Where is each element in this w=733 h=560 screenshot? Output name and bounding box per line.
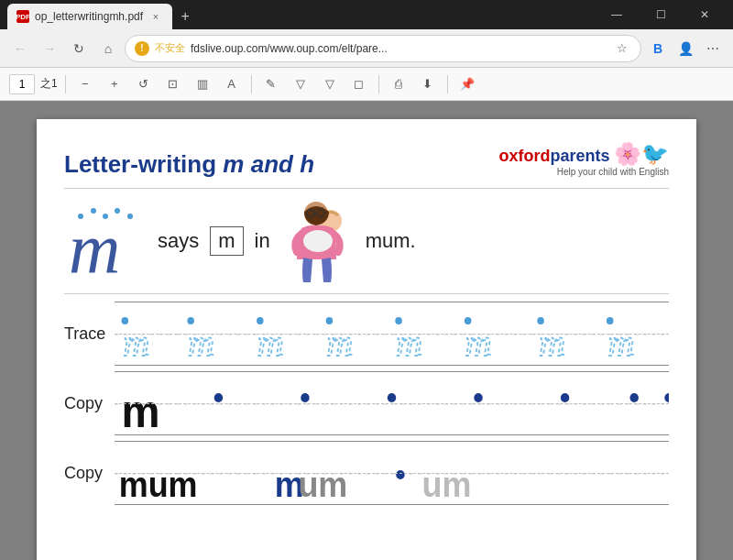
draw-tool-button[interactable]: ✎	[259, 72, 283, 96]
svg-point-5	[127, 214, 133, 219]
svg-text:m: m	[123, 322, 149, 364]
svg-point-42	[396, 470, 404, 479]
print-button[interactable]: ⎙	[387, 72, 410, 96]
minimize-button[interactable]: —	[596, 0, 638, 29]
url-text: fdslive.oup.com/www.oup.com/elt/pare...	[191, 42, 607, 55]
pdf-toolbar: 之1 − + ↺ ⊡ ▥ A ✎ ▽ ▽ ◻ ⎙ ⬇ 📌	[0, 68, 733, 101]
zoom-in-button[interactable]: +	[103, 72, 126, 96]
svg-point-24	[326, 317, 334, 324]
oxford-subtitle: Help your child with English	[499, 167, 669, 177]
mum-text: mum.	[366, 229, 416, 253]
page-view-button[interactable]: ▥	[191, 72, 214, 96]
writing-section: Trace m m m m m m m m	[64, 302, 669, 505]
trace-label: Trace	[64, 324, 115, 344]
svg-point-25	[395, 317, 402, 324]
svg-text:mum: mum	[119, 466, 198, 504]
svg-point-33	[388, 393, 396, 402]
svg-text:m: m	[465, 322, 492, 364]
copy-label-1: Copy	[64, 394, 115, 413]
url-bar[interactable]: ! 不安全 fdslive.oup.com/www.oup.com/elt/pa…	[125, 35, 641, 62]
illustration-divider	[64, 293, 669, 294]
menu-button[interactable]: ⋯	[700, 36, 726, 61]
person-svg	[283, 195, 352, 287]
oxford-brand-text: oxfordparents 🌸🐦	[499, 141, 669, 167]
svg-point-28	[607, 317, 614, 324]
svg-point-3	[103, 214, 108, 219]
svg-point-1	[78, 214, 83, 219]
svg-text:m: m	[69, 209, 120, 282]
forward-button[interactable]: →	[37, 36, 62, 61]
browser-tab[interactable]: PDF op_letterwritingmh.pdf ×	[7, 4, 172, 29]
copy-writing-lines-2: mum m um um	[115, 441, 669, 505]
says-text: says	[158, 229, 199, 253]
svg-point-26	[465, 317, 472, 324]
oxford-logo: oxfordparents 🌸🐦 Help your child with En…	[499, 141, 669, 177]
zoom-out-button[interactable]: −	[73, 72, 97, 96]
svg-point-31	[214, 393, 223, 402]
m-letter-box: m	[210, 226, 243, 256]
svg-point-2	[91, 208, 96, 214]
extensions-button[interactable]: B	[645, 36, 671, 61]
person-illustration	[281, 200, 355, 282]
home-button[interactable]: ⌂	[95, 36, 121, 61]
svg-point-23	[257, 317, 264, 324]
trace-letters-svg: m m m m m m m m	[115, 302, 669, 367]
url-action-icons: ☆	[613, 39, 631, 58]
svg-point-32	[301, 393, 309, 402]
parents-blue-text: parents	[551, 147, 610, 165]
copy-row-1: Copy m	[64, 371, 669, 435]
page-title: Letter-writing m and h	[64, 150, 314, 179]
reload-button[interactable]: ↻	[66, 36, 92, 61]
maximize-button[interactable]: ☐	[640, 0, 682, 29]
window-controls: — ☐ ✕	[596, 0, 726, 29]
profile-button[interactable]: 👤	[673, 36, 698, 61]
page-count-label: 之1	[40, 76, 58, 92]
pin-button[interactable]: 📌	[455, 72, 479, 96]
filter-button-2[interactable]: ▽	[318, 72, 342, 96]
svg-text:um: um	[298, 466, 347, 504]
copy-letters-svg: m	[115, 372, 669, 436]
svg-point-22	[187, 317, 194, 324]
bookmark-star-icon[interactable]: ☆	[613, 39, 631, 58]
copy-row-2: Copy mum m um um	[64, 441, 669, 505]
svg-point-4	[115, 208, 120, 214]
browser-toolbar-icons: B 👤 ⋯	[645, 36, 726, 61]
page-header: Letter-writing m and h oxfordparents 🌸🐦 …	[64, 141, 669, 179]
fit-button[interactable]: ⊡	[161, 72, 185, 96]
svg-point-37	[664, 393, 669, 402]
svg-point-36	[629, 393, 638, 402]
download-button[interactable]: ⬇	[416, 72, 440, 96]
close-tab-button[interactable]: ×	[148, 9, 163, 24]
decorative-m-box: m	[64, 200, 147, 282]
tab-area: PDF op_letterwritingmh.pdf × +	[7, 0, 198, 29]
trace-row: Trace m m m m m m m m	[64, 302, 669, 366]
svg-text:m: m	[327, 322, 354, 364]
pdf-page: Letter-writing m and h oxfordparents 🌸🐦 …	[37, 119, 696, 560]
logo-flower-icon: 🌸🐦	[614, 141, 669, 166]
page-number-input[interactable]	[9, 74, 35, 94]
svg-text:m: m	[396, 322, 422, 364]
illustration-row: m says m in	[64, 200, 669, 282]
decorative-m-svg: m	[64, 200, 147, 282]
svg-point-35	[561, 393, 569, 402]
pdf-content-area: Letter-writing m and h oxfordparents 🌸🐦 …	[0, 101, 733, 560]
svg-point-11	[303, 230, 333, 252]
svg-text:m: m	[608, 322, 635, 364]
svg-point-21	[122, 317, 129, 324]
address-bar: ← → ↻ ⌂ ! 不安全 fdslive.oup.com/www.oup.co…	[0, 29, 733, 68]
text-select-button[interactable]: A	[220, 72, 244, 96]
filter-button-1[interactable]: ▽	[289, 72, 312, 96]
svg-point-34	[474, 393, 482, 402]
copy-mum-svg: mum m um um	[115, 442, 669, 506]
svg-text:m: m	[122, 386, 160, 436]
toolbar-separator-1	[65, 75, 66, 93]
trace-writing-lines: m m m m m m m m	[115, 302, 669, 366]
rotate-button[interactable]: ↺	[132, 72, 156, 96]
toolbar-separator-4	[447, 75, 448, 93]
new-tab-button[interactable]: +	[172, 4, 198, 29]
back-button[interactable]: ←	[7, 36, 33, 61]
close-window-button[interactable]: ✕	[684, 0, 726, 29]
header-divider	[64, 188, 669, 189]
toolbar-separator-3	[378, 75, 379, 93]
erase-button[interactable]: ◻	[347, 72, 371, 96]
